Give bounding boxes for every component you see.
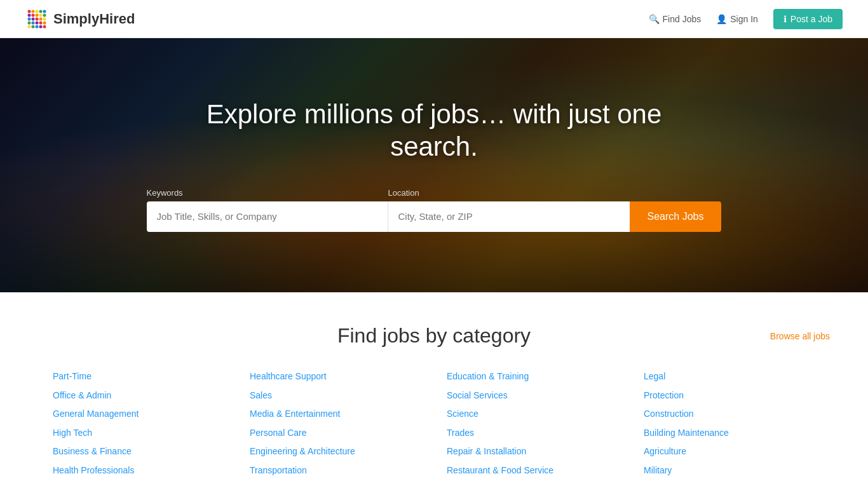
categories-section: Find jobs by category Browse all jobs Pa…	[0, 292, 868, 488]
category-link[interactable]: Health Professionals	[53, 464, 224, 477]
category-link[interactable]: Business & Finance	[53, 445, 224, 458]
svg-point-19	[43, 21, 46, 24]
svg-point-17	[36, 21, 39, 24]
svg-point-13	[39, 17, 43, 20]
hero-section: Explore millions of jobs… with just one …	[0, 38, 868, 292]
svg-point-8	[39, 13, 43, 17]
logo-icon	[25, 8, 48, 30]
category-link[interactable]: Sales	[250, 390, 421, 402]
find-jobs-link[interactable]: 🔍 Find Jobs	[649, 14, 702, 24]
svg-point-3	[39, 10, 43, 13]
svg-point-18	[39, 21, 43, 24]
keywords-input[interactable]	[147, 201, 388, 232]
category-link[interactable]: Building Maintenance	[644, 427, 815, 440]
location-input[interactable]	[388, 201, 630, 232]
svg-point-0	[28, 10, 31, 13]
keywords-field: Keywords	[147, 188, 388, 232]
svg-point-23	[39, 25, 43, 28]
svg-point-1	[32, 10, 35, 13]
categories-grid: Part-TimeOffice & AdminGeneral Managemen…	[40, 370, 828, 477]
browse-all-jobs-link[interactable]: Browse all jobs	[770, 331, 830, 341]
category-link[interactable]: Military	[644, 464, 815, 477]
category-link[interactable]: Restaurant & Food Service	[447, 464, 618, 477]
category-column-2: Education & TrainingSocial ServicesScien…	[434, 370, 631, 477]
hero-title: Explore millions of jobs… with just one …	[13, 98, 855, 163]
svg-point-15	[28, 21, 31, 24]
location-field: Location	[388, 188, 630, 232]
svg-point-22	[36, 25, 39, 28]
search-form: Keywords Location Search Jobs	[148, 188, 720, 232]
category-link[interactable]: Engineering & Architecture	[250, 445, 421, 458]
svg-point-20	[28, 25, 31, 28]
category-column-1: Healthcare SupportSalesMedia & Entertain…	[237, 370, 434, 477]
search-jobs-button[interactable]: Search Jobs	[630, 201, 722, 232]
svg-point-11	[32, 17, 35, 20]
svg-point-12	[36, 17, 39, 20]
svg-point-24	[43, 25, 46, 28]
svg-point-4	[43, 10, 46, 13]
category-link[interactable]: High Tech	[53, 427, 224, 440]
svg-point-21	[32, 25, 35, 28]
category-link[interactable]: Personal Care	[250, 427, 421, 440]
svg-point-16	[32, 21, 35, 24]
category-link[interactable]: Trades	[447, 427, 618, 440]
nav-right: 🔍 Find Jobs 👤 Sign In ℹ Post a Job	[649, 9, 843, 29]
keywords-label: Keywords	[147, 188, 183, 198]
category-link[interactable]: Healthcare Support	[250, 370, 421, 383]
category-link[interactable]: Science	[447, 408, 618, 421]
location-label: Location	[388, 188, 419, 198]
category-column-3: LegalProtectionConstructionBuilding Main…	[631, 370, 828, 477]
category-link[interactable]: Education & Training	[447, 370, 618, 383]
category-link[interactable]: Transportation	[250, 464, 421, 477]
svg-point-2	[36, 10, 39, 13]
post-job-button[interactable]: ℹ Post a Job	[773, 9, 843, 29]
category-link[interactable]: Repair & Installation	[447, 445, 618, 458]
categories-title: Find jobs by category	[337, 324, 531, 348]
svg-point-6	[32, 13, 35, 17]
category-column-0: Part-TimeOffice & AdminGeneral Managemen…	[40, 370, 237, 477]
category-link[interactable]: Media & Entertainment	[250, 408, 421, 421]
category-link[interactable]: Protection	[644, 390, 815, 402]
svg-point-5	[28, 13, 31, 17]
category-link[interactable]: Part-Time	[53, 370, 224, 383]
user-icon: 👤	[716, 14, 727, 24]
header: SimplyHired 🔍 Find Jobs 👤 Sign In ℹ Post…	[0, 0, 868, 38]
categories-header: Find jobs by category Browse all jobs	[38, 324, 830, 348]
svg-point-10	[28, 17, 31, 20]
category-link[interactable]: Legal	[644, 370, 815, 383]
category-link[interactable]: Construction	[644, 408, 815, 421]
search-icon: 🔍	[649, 14, 660, 24]
info-icon: ℹ	[783, 14, 787, 24]
sign-in-link[interactable]: 👤 Sign In	[716, 14, 758, 24]
svg-point-7	[36, 13, 39, 17]
category-link[interactable]: Agriculture	[644, 445, 815, 458]
svg-point-14	[43, 17, 46, 20]
logo-area: SimplyHired	[25, 8, 135, 30]
hero-content: Explore millions of jobs… with just one …	[0, 98, 868, 232]
category-link[interactable]: Office & Admin	[53, 390, 224, 402]
svg-point-9	[43, 13, 46, 17]
category-link[interactable]: Social Services	[447, 390, 618, 402]
category-link[interactable]: General Management	[53, 408, 224, 421]
logo-text: SimplyHired	[53, 11, 135, 27]
